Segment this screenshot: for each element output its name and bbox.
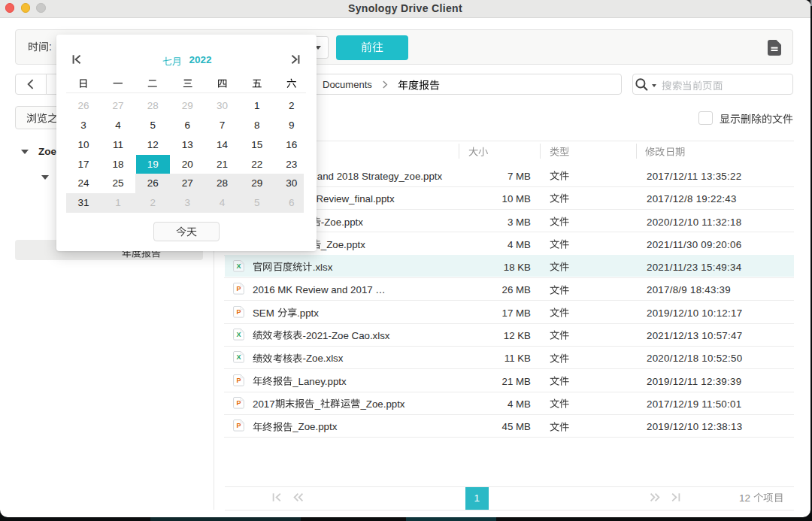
svg-text:X: X [236, 354, 241, 362]
svg-text:P: P [236, 399, 241, 407]
svg-text:P: P [236, 308, 241, 316]
svg-text:P: P [236, 286, 241, 293]
svg-text:P: P [236, 423, 241, 430]
svg-text:X: X [236, 331, 241, 338]
svg-text:P: P [236, 377, 241, 384]
svg-text:X: X [236, 262, 241, 270]
